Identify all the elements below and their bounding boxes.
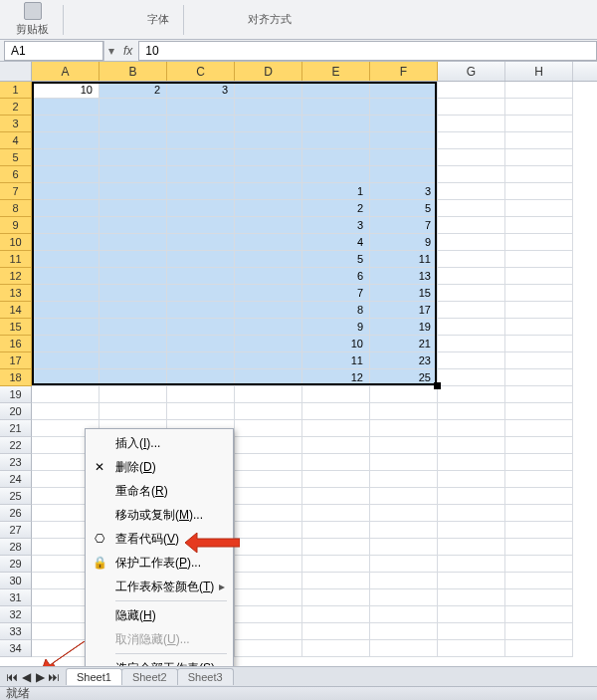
cell[interactable]	[167, 234, 235, 251]
col-header-D[interactable]: D	[235, 62, 302, 81]
cell[interactable]	[32, 166, 100, 183]
cell[interactable]	[100, 149, 167, 166]
cell[interactable]	[438, 166, 505, 183]
cell[interactable]	[167, 99, 235, 116]
format-painter-icon[interactable]	[24, 2, 42, 20]
cell[interactable]	[438, 573, 505, 589]
cell[interactable]	[302, 420, 370, 437]
cell[interactable]	[302, 539, 370, 556]
cell[interactable]: 7	[302, 285, 370, 302]
cell[interactable]	[370, 132, 438, 149]
cell[interactable]	[235, 183, 302, 200]
cell[interactable]	[100, 116, 167, 132]
cell[interactable]	[32, 99, 100, 116]
cell[interactable]	[235, 573, 302, 589]
cell[interactable]	[505, 302, 573, 319]
context-menu-item[interactable]: 工作表标签颜色(T)▸	[88, 575, 231, 598]
cell[interactable]	[370, 437, 438, 454]
col-header-F[interactable]: F	[370, 62, 438, 81]
cell[interactable]	[438, 505, 505, 522]
cell[interactable]: 9	[370, 234, 438, 251]
cell[interactable]	[302, 82, 370, 99]
cell[interactable]	[438, 285, 505, 302]
cell[interactable]	[32, 200, 100, 217]
col-header-H[interactable]: H	[505, 62, 573, 81]
row-header[interactable]: 8	[0, 200, 32, 217]
cell[interactable]	[370, 606, 438, 623]
cell[interactable]	[167, 369, 235, 386]
cell[interactable]	[235, 437, 302, 454]
cell[interactable]	[167, 336, 235, 352]
cell[interactable]	[438, 234, 505, 251]
cell[interactable]	[302, 589, 370, 606]
cell[interactable]	[302, 403, 370, 420]
context-menu-item[interactable]: 移动或复制(M)...	[88, 503, 231, 527]
cell[interactable]	[302, 573, 370, 589]
cell[interactable]	[235, 319, 302, 336]
cell[interactable]	[505, 556, 573, 573]
row-header[interactable]: 27	[0, 522, 32, 539]
tab-nav-button[interactable]: ▶	[34, 670, 46, 684]
cell[interactable]	[370, 488, 438, 505]
cell[interactable]	[302, 505, 370, 522]
cell[interactable]	[438, 132, 505, 149]
cell[interactable]	[438, 471, 505, 488]
cell[interactable]	[32, 352, 100, 369]
cell[interactable]	[505, 606, 573, 623]
row-header[interactable]: 31	[0, 589, 32, 606]
cell[interactable]	[302, 132, 370, 149]
cell[interactable]	[438, 183, 505, 200]
cell[interactable]	[438, 488, 505, 505]
cell[interactable]	[32, 251, 100, 268]
cell[interactable]	[370, 640, 438, 657]
cell[interactable]	[100, 302, 167, 319]
cell[interactable]	[370, 403, 438, 420]
cell[interactable]	[167, 251, 235, 268]
cell[interactable]	[505, 99, 573, 116]
cell[interactable]	[438, 352, 505, 369]
cell[interactable]	[235, 623, 302, 640]
cell[interactable]	[100, 217, 167, 234]
cell[interactable]	[505, 589, 573, 606]
cell[interactable]	[235, 505, 302, 522]
cell[interactable]	[505, 200, 573, 217]
cell[interactable]	[505, 251, 573, 268]
cell[interactable]	[438, 437, 505, 454]
row-header[interactable]: 29	[0, 556, 32, 573]
row-header[interactable]: 30	[0, 573, 32, 589]
cell[interactable]: 5	[370, 200, 438, 217]
row-header[interactable]: 20	[0, 403, 32, 420]
cell[interactable]	[505, 539, 573, 556]
cell[interactable]: 8	[302, 302, 370, 319]
cell[interactable]	[167, 166, 235, 183]
cell[interactable]	[505, 116, 573, 132]
cell[interactable]	[235, 251, 302, 268]
cell[interactable]	[438, 522, 505, 539]
cell[interactable]	[100, 386, 167, 403]
col-header-B[interactable]: B	[100, 62, 167, 81]
cell[interactable]	[100, 251, 167, 268]
context-menu-item[interactable]: ⎔查看代码(V)	[88, 527, 231, 551]
cell[interactable]	[370, 573, 438, 589]
row-header[interactable]: 15	[0, 319, 32, 336]
cell[interactable]	[235, 149, 302, 166]
cell[interactable]	[505, 437, 573, 454]
cell[interactable]	[167, 116, 235, 132]
cell[interactable]	[438, 302, 505, 319]
cell[interactable]	[505, 82, 573, 99]
row-header[interactable]: 34	[0, 640, 32, 657]
cell[interactable]	[370, 623, 438, 640]
cell[interactable]	[100, 183, 167, 200]
cell[interactable]	[235, 522, 302, 539]
cell[interactable]	[438, 420, 505, 437]
cell[interactable]	[505, 420, 573, 437]
cell[interactable]: 10	[32, 82, 100, 99]
row-header[interactable]: 13	[0, 285, 32, 302]
cell[interactable]	[302, 166, 370, 183]
cell[interactable]	[370, 420, 438, 437]
cell[interactable]	[438, 556, 505, 573]
cell[interactable]	[438, 336, 505, 352]
row-header[interactable]: 6	[0, 166, 32, 183]
row-header[interactable]: 2	[0, 99, 32, 116]
cell[interactable]	[505, 623, 573, 640]
